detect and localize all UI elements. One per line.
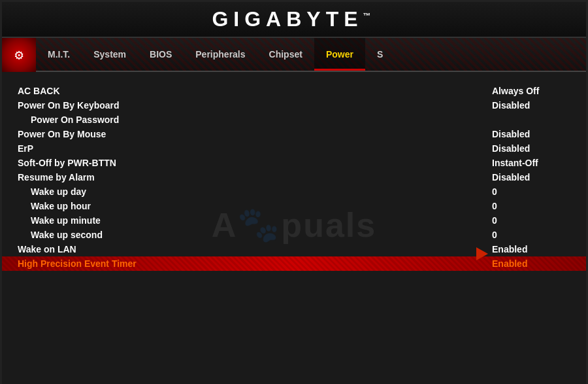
value-wake-on-lan: Enabled: [492, 244, 570, 254]
tab-chipset[interactable]: Chipset: [257, 38, 314, 71]
nav-area: ⚙ M.I.T. System BIOS Peripherals Chipset…: [2, 38, 586, 72]
row-wake-up-hour[interactable]: Wake up hour 0: [18, 199, 570, 213]
brand-name: GIGABYTE™: [212, 7, 376, 31]
row-power-on-mouse: Power On By Mouse Disabled: [18, 127, 570, 141]
label-wake-up-minute: Wake up minute: [18, 215, 101, 226]
value-power-on-keyboard: Disabled: [492, 100, 570, 111]
cursor-arrow: [476, 247, 488, 260]
value-wake-up-minute: 0: [492, 215, 570, 226]
value-wake-up-hour: 0: [492, 201, 570, 211]
gigabyte-logo-icon: ⚙: [14, 46, 23, 64]
row-power-on-keyboard: Power On By Keyboard Disabled: [18, 98, 570, 113]
row-soft-off: Soft-Off by PWR-BTTN Instant-Off: [18, 156, 570, 170]
value-wake-up-second: 0: [492, 230, 570, 240]
tab-bios[interactable]: BIOS: [138, 38, 184, 71]
settings-panel: AC BACK Always Off Power On By Keyboard …: [2, 72, 586, 384]
value-power-on-mouse: Disabled: [492, 129, 570, 139]
label-high-precision: High Precision Event Timer: [18, 258, 137, 269]
nav-logo: ⚙: [2, 38, 36, 72]
label-erp: ErP: [18, 143, 33, 154]
label-ac-back: AC BACK: [18, 86, 60, 96]
label-wake-up-second: Wake up second: [18, 230, 103, 240]
label-power-on-keyboard: Power On By Keyboard: [18, 100, 120, 111]
label-wake-on-lan: Wake on LAN: [18, 244, 76, 254]
tab-mit[interactable]: M.I.T.: [36, 38, 82, 71]
row-ac-back: AC BACK Always Off: [18, 84, 570, 98]
row-wake-up-second: Wake up second 0: [18, 228, 570, 242]
nav-tabs: M.I.T. System BIOS Peripherals Chipset P…: [36, 38, 586, 71]
row-wake-up-day: Wake up day 0: [18, 184, 570, 199]
value-high-precision: Enabled: [492, 258, 570, 269]
row-wake-up-minute: Wake up minute 0: [18, 213, 570, 228]
screen: GIGABYTE™ ⚙ M.I.T. System BIOS Periphera…: [0, 0, 588, 384]
label-power-on-password: Power On Password: [18, 114, 119, 125]
tab-peripherals[interactable]: Peripherals: [184, 38, 257, 71]
value-soft-off: Instant-Off: [492, 158, 570, 168]
label-wake-up-day: Wake up day: [18, 186, 86, 197]
label-resume-alarm: Resume by Alarm: [18, 172, 95, 183]
row-erp: ErP Disabled: [18, 141, 570, 156]
tab-power[interactable]: Power: [314, 38, 365, 71]
row-high-precision[interactable]: High Precision Event Timer Enabled: [2, 256, 586, 271]
tab-save[interactable]: S: [365, 38, 395, 71]
label-wake-up-hour: Wake up hour: [18, 201, 91, 211]
brand-bar: GIGABYTE™: [2, 2, 586, 38]
value-wake-up-day: 0: [492, 186, 570, 197]
row-power-on-password: Power On Password: [18, 113, 570, 127]
value-resume-alarm: Disabled: [492, 172, 570, 183]
label-power-on-mouse: Power On By Mouse: [18, 129, 106, 139]
main-content: A🐾puals AC BACK Always Off Power On By K…: [2, 72, 586, 384]
tab-system[interactable]: System: [82, 38, 138, 71]
value-ac-back: Always Off: [492, 86, 570, 96]
value-erp: Disabled: [492, 143, 570, 154]
label-soft-off: Soft-Off by PWR-BTTN: [18, 158, 116, 168]
row-resume-alarm: Resume by Alarm Disabled: [18, 170, 570, 184]
